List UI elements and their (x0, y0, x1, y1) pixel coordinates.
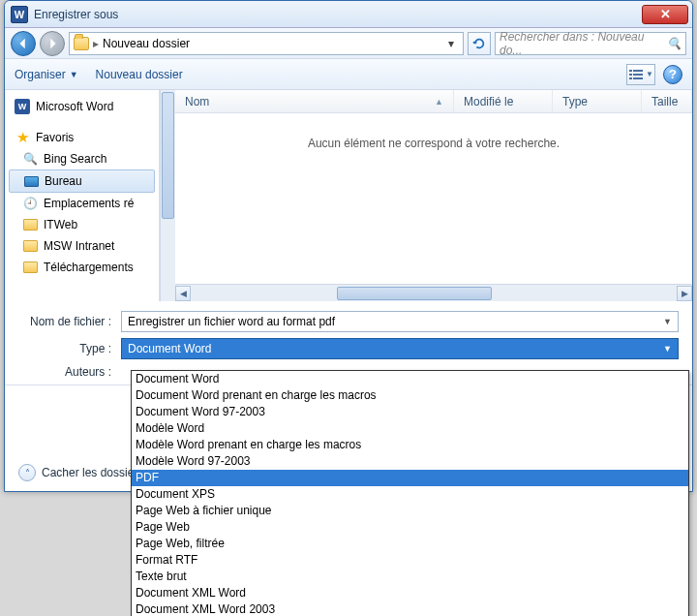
column-size[interactable]: Taille (642, 90, 692, 112)
forward-button[interactable] (40, 31, 65, 56)
toolbar: Organiser ▼ Nouveau dossier ▼ ? (5, 59, 692, 90)
tree-item-bureau[interactable]: Bureau (9, 169, 155, 193)
search-icon: 🔍 (667, 36, 682, 51)
chevron-down-icon: ▼ (70, 70, 78, 79)
refresh-icon (472, 37, 486, 50)
help-button[interactable]: ? (663, 65, 682, 84)
search-icon: 🔍 (22, 151, 38, 167)
word-icon: W (11, 6, 28, 23)
arrow-right-icon (45, 37, 59, 50)
chevron-down-icon[interactable]: ▼ (663, 317, 672, 326)
organize-menu[interactable]: Organiser ▼ (15, 68, 78, 81)
tree-item-recent[interactable]: 🕘 Emplacements ré (9, 193, 155, 214)
type-option[interactable]: Document Word prenant en charge les macr… (132, 387, 688, 404)
type-option[interactable]: Document XML Word (132, 585, 688, 601)
refresh-button[interactable] (468, 32, 491, 55)
search-box[interactable]: Rechercher dans : Nouveau do... 🔍 (495, 32, 686, 55)
sort-indicator-icon: ▲ (435, 97, 443, 107)
type-option[interactable]: Texte brut (132, 569, 688, 585)
view-options-button[interactable]: ▼ (626, 64, 655, 85)
tree-item-msw[interactable]: MSW Intranet (9, 235, 155, 257)
tree-item-msword[interactable]: W Microsoft Word (9, 96, 155, 117)
address-bar[interactable]: ▸ Nouveau dossier ▾ (69, 32, 464, 55)
horizontal-scrollbar[interactable]: ◀ ▶ (175, 284, 692, 301)
folder-icon (22, 238, 38, 254)
column-name[interactable]: Nom ▲ (175, 90, 454, 112)
tree-item-favorites[interactable]: ★ Favoris (9, 127, 155, 148)
svg-rect-4 (629, 77, 632, 79)
titlebar[interactable]: W Enregistrer sous ✕ (5, 1, 692, 28)
svg-rect-1 (633, 70, 643, 72)
scroll-right-button[interactable]: ▶ (677, 286, 692, 301)
list-view-icon (628, 69, 644, 80)
svg-rect-5 (633, 77, 643, 79)
filename-input[interactable]: Enregistrer un fichier word au format pd… (121, 311, 679, 332)
chevron-down-icon: ▼ (646, 70, 653, 78)
type-option[interactable]: Page Web, filtrée (132, 536, 688, 552)
type-option[interactable]: Document Word 97-2003 (132, 404, 688, 420)
folder-icon (74, 37, 89, 50)
scroll-thumb[interactable] (337, 287, 492, 300)
tree-item-downloads[interactable]: Téléchargements (9, 257, 155, 278)
type-label: Type : (18, 342, 121, 355)
breadcrumb-sep: ▸ (93, 37, 99, 50)
type-option[interactable]: Modèle Word 97-2003 (132, 453, 688, 470)
type-option[interactable]: Page Web (132, 519, 688, 536)
scroll-left-button[interactable]: ◀ (175, 286, 191, 301)
type-dropdown-list[interactable]: Document WordDocument Word prenant en ch… (131, 370, 689, 616)
authors-label: Auteurs : (18, 365, 121, 379)
type-option[interactable]: Modèle Word (132, 420, 688, 437)
window-title: Enregistrer sous (34, 8, 642, 21)
empty-message: Aucun élément ne correspond à votre rech… (175, 113, 692, 173)
tree-item-bing[interactable]: 🔍 Bing Search (9, 148, 155, 169)
folder-icon (22, 260, 38, 275)
tree-item-itweb[interactable]: ITWeb (9, 214, 155, 235)
filename-label: Nom de fichier : (18, 315, 121, 328)
folder-icon (22, 217, 38, 232)
word-icon: W (15, 99, 30, 114)
star-icon: ★ (15, 130, 30, 145)
type-option[interactable]: Modèle Word prenant en charge les macros (132, 437, 688, 453)
tree-scrollbar[interactable] (160, 90, 175, 301)
svg-rect-3 (633, 74, 643, 76)
chevron-up-icon: ˄ (18, 464, 36, 481)
chevron-down-icon[interactable]: ▼ (663, 344, 672, 354)
column-headers[interactable]: Nom ▲ Modifié le Type Taille (175, 90, 692, 113)
nav-bar: ▸ Nouveau dossier ▾ Rechercher dans : No… (5, 28, 692, 59)
desktop-icon (23, 173, 39, 189)
address-dropdown-icon[interactable]: ▾ (443, 37, 459, 50)
breadcrumb-location[interactable]: Nouveau dossier (103, 37, 190, 50)
type-option[interactable]: Format RTF (132, 552, 688, 569)
file-list[interactable]: Nom ▲ Modifié le Type Taille Aucun éléme… (175, 90, 692, 301)
hide-folders-toggle[interactable]: ˄ Cacher les dossier (18, 464, 137, 481)
type-option[interactable]: Document XPS (132, 486, 688, 503)
new-folder-button[interactable]: Nouveau dossier (96, 68, 183, 81)
type-option[interactable]: Document XML Word 2003 (132, 601, 688, 616)
type-option[interactable]: Document Word (132, 371, 688, 387)
column-type[interactable]: Type (553, 90, 642, 112)
column-modified[interactable]: Modifié le (454, 90, 553, 112)
arrow-left-icon (16, 37, 30, 50)
back-button[interactable] (11, 31, 36, 56)
close-button[interactable]: ✕ (642, 5, 688, 24)
svg-rect-0 (629, 70, 632, 72)
type-option[interactable]: PDF (132, 470, 688, 486)
folder-tree[interactable]: W Microsoft Word ★ Favoris 🔍 Bing Search… (5, 90, 160, 301)
type-select[interactable]: Document Word ▼ (121, 338, 679, 359)
recent-icon: 🕘 (22, 196, 38, 211)
type-option[interactable]: Page Web à fichier unique (132, 503, 688, 519)
svg-rect-2 (629, 74, 632, 76)
search-placeholder: Rechercher dans : Nouveau do... (500, 30, 663, 57)
